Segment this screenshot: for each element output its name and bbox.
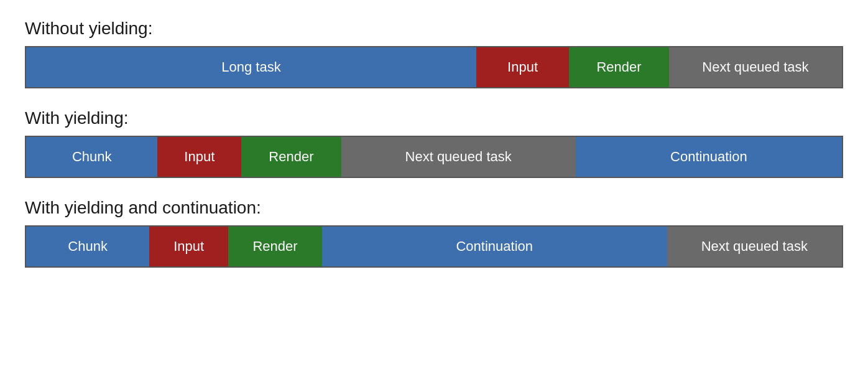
- section-with-yielding: With yielding: Chunk Input Render Next q…: [25, 108, 843, 178]
- section1-title: Without yielding:: [25, 19, 843, 39]
- segment-next-queued-2: Next queued task: [341, 137, 576, 177]
- section3-title: With yielding and continuation:: [25, 198, 843, 218]
- section2-title: With yielding:: [25, 108, 843, 128]
- section-without-yielding: Without yielding: Long task Input Render…: [25, 19, 843, 88]
- segment-render-2: Render: [241, 137, 341, 177]
- taskbar-2: Chunk Input Render Next queued task Cont…: [25, 136, 843, 178]
- segment-continuation-2: Continuation: [576, 137, 842, 177]
- taskbar-3: Chunk Input Render Continuation Next que…: [25, 225, 843, 268]
- segment-input-1: Input: [476, 47, 569, 87]
- segment-render-3: Render: [228, 227, 322, 266]
- segment-input-2: Input: [157, 137, 241, 177]
- section-with-yielding-continuation: With yielding and continuation: Chunk In…: [25, 198, 843, 268]
- segment-chunk-3: Chunk: [26, 227, 149, 266]
- taskbar-1: Long task Input Render Next queued task: [25, 46, 843, 88]
- segment-next-queued-3: Next queued task: [667, 227, 842, 266]
- segment-render-1: Render: [569, 47, 669, 87]
- segment-input-3: Input: [149, 227, 228, 266]
- segment-next-queued-1: Next queued task: [669, 47, 842, 87]
- segment-longtask: Long task: [26, 47, 476, 87]
- segment-chunk-2: Chunk: [26, 137, 157, 177]
- segment-continuation-3: Continuation: [322, 227, 667, 266]
